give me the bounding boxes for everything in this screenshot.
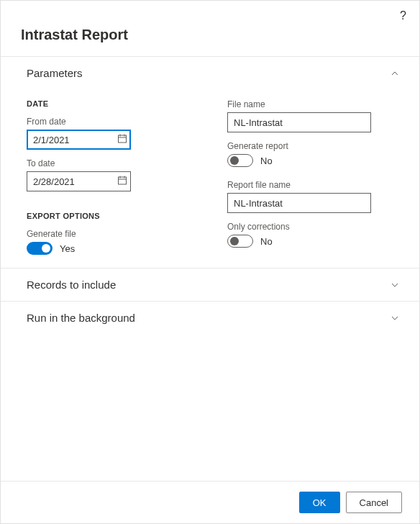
section-parameters-title: Parameters	[27, 67, 83, 79]
cancel-button[interactable]: Cancel	[346, 492, 402, 513]
parameters-left-column: DATE From date To date	[27, 89, 193, 255]
to-date-label: To date	[27, 158, 193, 168]
generate-file-toggle[interactable]	[27, 242, 52, 255]
section-records: Records to include	[1, 268, 419, 301]
chevron-down-icon	[391, 281, 399, 289]
calendar-icon[interactable]	[117, 176, 127, 188]
help-icon[interactable]: ?	[400, 9, 406, 22]
chevron-down-icon	[391, 314, 399, 322]
to-date-field[interactable]	[27, 171, 131, 191]
dialog-title: Intrastat Report	[1, 1, 419, 56]
report-file-name-label: Report file name	[227, 180, 393, 190]
generate-report-label: Generate report	[227, 141, 393, 151]
from-date-input[interactable]	[27, 130, 130, 149]
section-records-title: Records to include	[27, 279, 116, 291]
dialog-container: ? Intrastat Report Parameters DATE From …	[0, 0, 420, 524]
section-background: Run in the background	[1, 301, 419, 334]
generate-file-toggle-row: Yes	[27, 242, 193, 255]
ok-button[interactable]: OK	[299, 492, 340, 513]
generate-report-toggle-row: No	[227, 154, 393, 167]
generate-report-toggle[interactable]	[227, 154, 253, 167]
section-parameters-header[interactable]: Parameters	[1, 57, 419, 89]
to-date-input[interactable]	[27, 172, 130, 191]
from-date-label: From date	[27, 117, 193, 127]
dialog-footer: OK Cancel	[1, 481, 419, 523]
section-background-title: Run in the background	[27, 312, 135, 324]
generate-file-value: Yes	[60, 243, 75, 254]
from-date-field[interactable]	[27, 130, 131, 150]
section-parameters: Parameters DATE From date To d	[1, 56, 419, 268]
only-corrections-toggle-row: No	[227, 235, 393, 248]
dialog-content: Parameters DATE From date To d	[1, 56, 419, 481]
section-records-header[interactable]: Records to include	[1, 268, 419, 301]
only-corrections-label: Only corrections	[227, 222, 393, 232]
file-name-input[interactable]	[227, 112, 371, 132]
calendar-icon[interactable]	[117, 134, 127, 146]
parameters-right-column: File name Generate report No Report file…	[227, 89, 393, 255]
export-options-subheader: EXPORT OPTIONS	[27, 212, 193, 220]
file-name-label: File name	[227, 99, 393, 109]
chevron-up-icon	[391, 69, 399, 78]
section-background-header[interactable]: Run in the background	[1, 302, 419, 334]
section-parameters-body: DATE From date To date	[1, 89, 419, 268]
generate-file-label: Generate file	[27, 229, 193, 239]
date-subheader: DATE	[27, 99, 193, 108]
report-file-name-input[interactable]	[227, 193, 371, 213]
only-corrections-toggle[interactable]	[227, 235, 253, 248]
generate-report-value: No	[260, 155, 273, 166]
only-corrections-value: No	[260, 236, 273, 247]
svg-rect-0	[119, 135, 127, 143]
svg-rect-4	[119, 177, 127, 184]
